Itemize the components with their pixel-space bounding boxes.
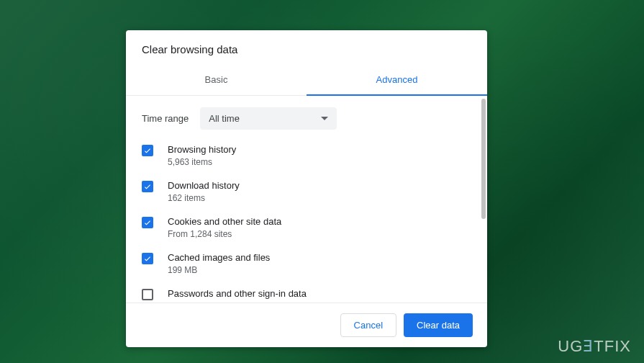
list-item: Browsing history 5,963 items <box>142 144 471 167</box>
list-item: Download history 162 items <box>142 180 471 203</box>
time-range-value: All time <box>209 113 240 124</box>
check-text: Browsing history 5,963 items <box>168 144 236 167</box>
watermark-text: UG <box>558 337 583 355</box>
check-title: Browsing history <box>168 144 236 155</box>
content-wrapper: Time range All time Browsing history 5,9… <box>126 96 487 302</box>
scrollbar[interactable] <box>481 99 486 300</box>
content: Time range All time Browsing history 5,9… <box>126 96 480 302</box>
check-text: Cookies and other site data From 1,284 s… <box>168 216 281 239</box>
check-subtitle: 12 passwords <box>168 301 307 302</box>
clear-browsing-data-dialog: Clear browsing data Basic Advanced Time … <box>126 30 487 347</box>
cancel-button[interactable]: Cancel <box>340 313 396 337</box>
tabs: Basic Advanced <box>126 66 487 96</box>
list-item: Cached images and files 199 MB <box>142 252 471 275</box>
list-item: Cookies and other site data From 1,284 s… <box>142 216 471 239</box>
checkbox-download-history[interactable] <box>142 181 153 192</box>
watermark-text: Ǝ <box>583 337 594 355</box>
check-subtitle: 5,963 items <box>168 157 236 167</box>
check-title: Download history <box>168 180 240 191</box>
dialog-footer: Cancel Clear data <box>126 302 487 347</box>
tab-advanced[interactable]: Advanced <box>307 66 487 95</box>
check-icon <box>143 182 152 191</box>
time-range-label: Time range <box>142 113 189 124</box>
checkbox-passwords[interactable] <box>142 289 153 300</box>
check-title: Cached images and files <box>168 252 270 263</box>
check-subtitle: From 1,284 sites <box>168 229 281 239</box>
check-icon <box>143 218 152 227</box>
check-title: Passwords and other sign-in data <box>168 288 307 299</box>
clear-data-button[interactable]: Clear data <box>404 313 473 337</box>
time-range-row: Time range All time <box>142 107 471 130</box>
check-subtitle: 162 items <box>168 193 240 203</box>
dialog-title: Clear browsing data <box>142 43 471 55</box>
check-icon <box>143 254 152 263</box>
checkbox-browsing-history[interactable] <box>142 145 153 156</box>
check-text: Passwords and other sign-in data 12 pass… <box>168 288 307 302</box>
watermark-text: TFIX <box>594 337 631 355</box>
check-text: Download history 162 items <box>168 180 240 203</box>
check-text: Cached images and files 199 MB <box>168 252 270 275</box>
chevron-down-icon <box>321 117 328 120</box>
checkbox-cached-images[interactable] <box>142 253 153 264</box>
watermark: UGƎTFIX <box>558 337 631 356</box>
checkbox-cookies[interactable] <box>142 217 153 228</box>
check-subtitle: 199 MB <box>168 265 270 275</box>
check-icon <box>143 146 152 155</box>
time-range-select[interactable]: All time <box>200 107 337 130</box>
tab-basic[interactable]: Basic <box>126 66 307 95</box>
scrollbar-thumb[interactable] <box>481 99 486 219</box>
list-item: Passwords and other sign-in data 12 pass… <box>142 288 471 302</box>
dialog-header: Clear browsing data <box>126 30 487 66</box>
check-title: Cookies and other site data <box>168 216 281 227</box>
